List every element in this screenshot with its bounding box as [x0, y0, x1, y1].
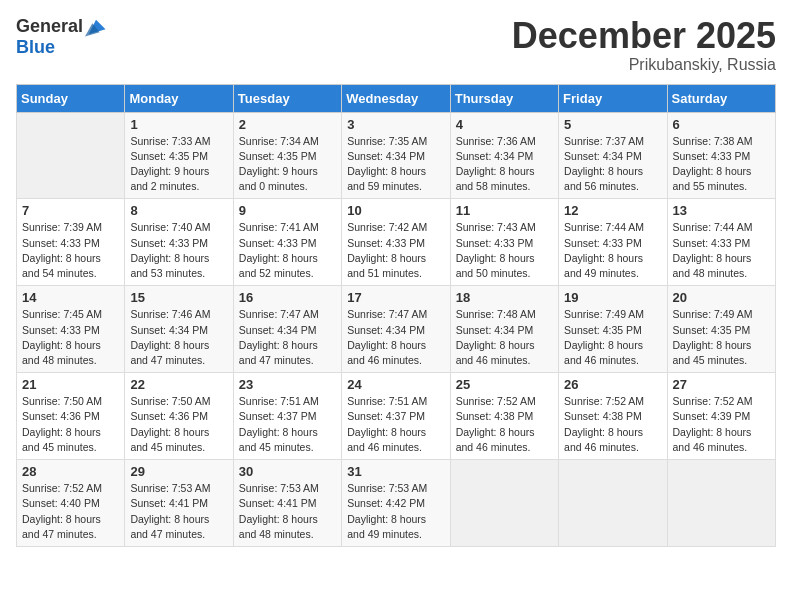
- day-info-line: Sunset: 4:40 PM: [22, 497, 100, 509]
- calendar-cell: 25Sunrise: 7:52 AMSunset: 4:38 PMDayligh…: [450, 373, 558, 460]
- day-info-line: Sunrise: 7:50 AM: [130, 395, 210, 407]
- day-info-line: Daylight: 8 hours: [239, 339, 318, 351]
- day-info-line: Sunrise: 7:53 AM: [347, 482, 427, 494]
- day-info-line: Daylight: 9 hours: [130, 165, 209, 177]
- day-number: 20: [673, 290, 770, 305]
- day-info-line: Daylight: 8 hours: [347, 513, 426, 525]
- day-info: Sunrise: 7:43 AMSunset: 4:33 PMDaylight:…: [456, 220, 553, 281]
- day-info-line: Sunset: 4:34 PM: [239, 324, 317, 336]
- title-block: December 2025 Prikubanskiy, Russia: [512, 16, 776, 74]
- day-info-line: Daylight: 9 hours: [239, 165, 318, 177]
- day-info: Sunrise: 7:49 AMSunset: 4:35 PMDaylight:…: [673, 307, 770, 368]
- calendar-cell: 29Sunrise: 7:53 AMSunset: 4:41 PMDayligh…: [125, 460, 233, 547]
- day-info: Sunrise: 7:47 AMSunset: 4:34 PMDaylight:…: [347, 307, 444, 368]
- day-info-line: Sunset: 4:34 PM: [347, 324, 425, 336]
- day-info-line: Daylight: 8 hours: [564, 339, 643, 351]
- day-info-line: Daylight: 8 hours: [456, 426, 535, 438]
- day-info-line: and 48 minutes.: [673, 267, 748, 279]
- calendar-cell: 8Sunrise: 7:40 AMSunset: 4:33 PMDaylight…: [125, 199, 233, 286]
- day-number: 22: [130, 377, 227, 392]
- calendar-cell: 12Sunrise: 7:44 AMSunset: 4:33 PMDayligh…: [559, 199, 667, 286]
- day-info-line: Sunrise: 7:52 AM: [673, 395, 753, 407]
- day-info-line: and 53 minutes.: [130, 267, 205, 279]
- day-info-line: and 47 minutes.: [130, 528, 205, 540]
- day-number: 3: [347, 117, 444, 132]
- day-info: Sunrise: 7:47 AMSunset: 4:34 PMDaylight:…: [239, 307, 336, 368]
- day-info-line: and 48 minutes.: [239, 528, 314, 540]
- calendar-cell: 17Sunrise: 7:47 AMSunset: 4:34 PMDayligh…: [342, 286, 450, 373]
- day-info-line: Sunset: 4:33 PM: [564, 237, 642, 249]
- day-info-line: Daylight: 8 hours: [456, 339, 535, 351]
- day-info-line: and 47 minutes.: [239, 354, 314, 366]
- day-info-line: Sunset: 4:33 PM: [22, 324, 100, 336]
- day-number: 31: [347, 464, 444, 479]
- day-number: 24: [347, 377, 444, 392]
- day-info-line: and 47 minutes.: [130, 354, 205, 366]
- calendar-cell: 9Sunrise: 7:41 AMSunset: 4:33 PMDaylight…: [233, 199, 341, 286]
- day-info-line: Sunrise: 7:49 AM: [564, 308, 644, 320]
- day-info-line: and 58 minutes.: [456, 180, 531, 192]
- page-header: General Blue December 2025 Prikubanskiy,…: [16, 16, 776, 74]
- calendar-cell: 18Sunrise: 7:48 AMSunset: 4:34 PMDayligh…: [450, 286, 558, 373]
- calendar-cell: 15Sunrise: 7:46 AMSunset: 4:34 PMDayligh…: [125, 286, 233, 373]
- location-subtitle: Prikubanskiy, Russia: [512, 56, 776, 74]
- day-info-line: Daylight: 8 hours: [130, 252, 209, 264]
- day-info-line: Sunrise: 7:44 AM: [564, 221, 644, 233]
- day-info-line: Daylight: 8 hours: [673, 339, 752, 351]
- day-info-line: Daylight: 8 hours: [130, 513, 209, 525]
- calendar-cell: [17, 112, 125, 199]
- day-info-line: Sunrise: 7:49 AM: [673, 308, 753, 320]
- day-info-line: Sunset: 4:33 PM: [673, 237, 751, 249]
- day-info: Sunrise: 7:48 AMSunset: 4:34 PMDaylight:…: [456, 307, 553, 368]
- day-info-line: Sunset: 4:34 PM: [564, 150, 642, 162]
- day-number: 15: [130, 290, 227, 305]
- day-info: Sunrise: 7:52 AMSunset: 4:38 PMDaylight:…: [564, 394, 661, 455]
- day-info-line: Daylight: 8 hours: [456, 165, 535, 177]
- day-number: 30: [239, 464, 336, 479]
- day-info-line: Sunrise: 7:37 AM: [564, 135, 644, 147]
- day-info-line: Sunrise: 7:42 AM: [347, 221, 427, 233]
- weekday-header-sunday: Sunday: [17, 84, 125, 112]
- logo-blue: Blue: [16, 37, 55, 57]
- day-info: Sunrise: 7:42 AMSunset: 4:33 PMDaylight:…: [347, 220, 444, 281]
- day-info-line: Daylight: 8 hours: [22, 252, 101, 264]
- day-info-line: Daylight: 8 hours: [22, 513, 101, 525]
- day-info: Sunrise: 7:50 AMSunset: 4:36 PMDaylight:…: [22, 394, 119, 455]
- day-info: Sunrise: 7:50 AMSunset: 4:36 PMDaylight:…: [130, 394, 227, 455]
- day-info-line: Sunset: 4:41 PM: [239, 497, 317, 509]
- day-number: 9: [239, 203, 336, 218]
- day-info-line: Sunset: 4:39 PM: [673, 410, 751, 422]
- day-info: Sunrise: 7:53 AMSunset: 4:41 PMDaylight:…: [239, 481, 336, 542]
- day-info-line: and 49 minutes.: [347, 528, 422, 540]
- calendar-cell: [559, 460, 667, 547]
- day-info-line: and 49 minutes.: [564, 267, 639, 279]
- day-number: 23: [239, 377, 336, 392]
- day-info-line: Sunrise: 7:52 AM: [456, 395, 536, 407]
- calendar-cell: 20Sunrise: 7:49 AMSunset: 4:35 PMDayligh…: [667, 286, 775, 373]
- calendar-cell: 1Sunrise: 7:33 AMSunset: 4:35 PMDaylight…: [125, 112, 233, 199]
- day-info: Sunrise: 7:35 AMSunset: 4:34 PMDaylight:…: [347, 134, 444, 195]
- day-info-line: Sunrise: 7:36 AM: [456, 135, 536, 147]
- day-info-line: and 2 minutes.: [130, 180, 199, 192]
- day-number: 26: [564, 377, 661, 392]
- calendar-cell: 31Sunrise: 7:53 AMSunset: 4:42 PMDayligh…: [342, 460, 450, 547]
- day-info-line: Daylight: 8 hours: [564, 426, 643, 438]
- day-number: 18: [456, 290, 553, 305]
- day-info-line: and 46 minutes.: [564, 441, 639, 453]
- day-number: 29: [130, 464, 227, 479]
- day-info-line: Sunset: 4:38 PM: [456, 410, 534, 422]
- day-info: Sunrise: 7:39 AMSunset: 4:33 PMDaylight:…: [22, 220, 119, 281]
- day-info-line: Sunset: 4:33 PM: [347, 237, 425, 249]
- day-info-line: Sunset: 4:33 PM: [22, 237, 100, 249]
- day-info-line: Daylight: 8 hours: [347, 426, 426, 438]
- day-info: Sunrise: 7:44 AMSunset: 4:33 PMDaylight:…: [673, 220, 770, 281]
- calendar-cell: 26Sunrise: 7:52 AMSunset: 4:38 PMDayligh…: [559, 373, 667, 460]
- day-info-line: Sunrise: 7:47 AM: [347, 308, 427, 320]
- day-info-line: Sunset: 4:42 PM: [347, 497, 425, 509]
- day-info-line: and 56 minutes.: [564, 180, 639, 192]
- day-info-line: Daylight: 8 hours: [239, 252, 318, 264]
- day-info-line: Sunset: 4:35 PM: [673, 324, 751, 336]
- day-info: Sunrise: 7:52 AMSunset: 4:38 PMDaylight:…: [456, 394, 553, 455]
- day-info-line: Sunrise: 7:52 AM: [564, 395, 644, 407]
- day-info-line: and 48 minutes.: [22, 354, 97, 366]
